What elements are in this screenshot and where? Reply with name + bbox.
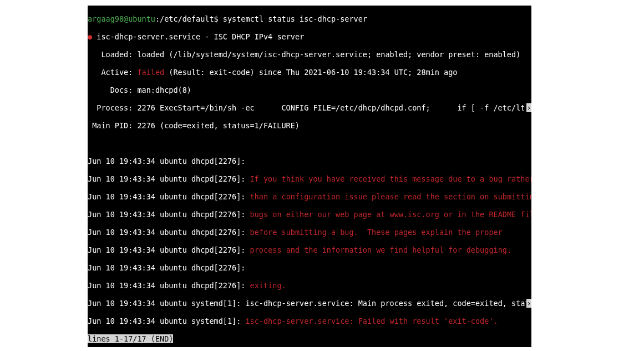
log-line: Jun 10 19:43:34 ubuntu dhcpd[2276]: proc… <box>88 245 531 254</box>
log-line: Jun 10 19:43:34 ubuntu dhcpd[2276]: <box>88 263 531 272</box>
log-line: Jun 10 19:43:34 ubuntu dhcpd[2276]: If y… <box>88 174 531 183</box>
command-text: systemctl status isc-dhcp-server <box>223 14 367 23</box>
prompt-cwd: :/etc/default <box>155 14 214 23</box>
blank-line <box>88 139 531 148</box>
prompt-line: argaag98@ubuntu:/etc/default$ systemctl … <box>88 14 531 23</box>
unit-name: isc-dhcp-server.service - ISC DHCP IPv4 … <box>92 32 304 41</box>
bullet-icon: ● <box>88 32 92 41</box>
status-header: ● isc-dhcp-server.service - ISC DHCP IPv… <box>88 32 531 41</box>
log-line: Jun 10 19:43:34 ubuntu dhcpd[2276]: <box>88 157 531 166</box>
prompt-user-host: argaag98@ubuntu <box>88 14 155 23</box>
status-mainpid: Main PID: 2276 (code=exited, status=1/FA… <box>88 121 531 130</box>
pager-status: lines 1-17/17 (END) <box>88 334 531 343</box>
status-active: Active: failed (Result: exit-code) since… <box>88 68 531 77</box>
log-line: Jun 10 19:43:34 ubuntu dhcpd[2276]: exit… <box>88 281 531 290</box>
status-failed: failed <box>137 68 164 77</box>
status-process: Process: 2276 ExecStart=/bin/sh -ec CONF… <box>88 103 531 112</box>
truncate-arrow-icon: › <box>526 299 531 308</box>
log-line: Jun 10 19:43:34 ubuntu dhcpd[2276]: than… <box>88 192 531 201</box>
systemd-line: Jun 10 19:43:34 ubuntu systemd[1]: isc-d… <box>88 299 531 308</box>
terminal-window[interactable]: argaag98@ubuntu:/etc/default$ systemctl … <box>88 6 531 347</box>
systemd-line: Jun 10 19:43:34 ubuntu systemd[1]: isc-d… <box>88 317 531 325</box>
status-docs: Docs: man:dhcpd(8) <box>88 86 531 94</box>
status-loaded: Loaded: loaded (/lib/systemd/system/isc-… <box>88 50 531 59</box>
log-line: Jun 10 19:43:34 ubuntu dhcpd[2276]: bugs… <box>88 210 531 219</box>
prompt-sep: $ <box>214 14 223 23</box>
truncate-arrow-icon: › <box>526 103 531 112</box>
log-line: Jun 10 19:43:34 ubuntu dhcpd[2276]: befo… <box>88 228 531 237</box>
